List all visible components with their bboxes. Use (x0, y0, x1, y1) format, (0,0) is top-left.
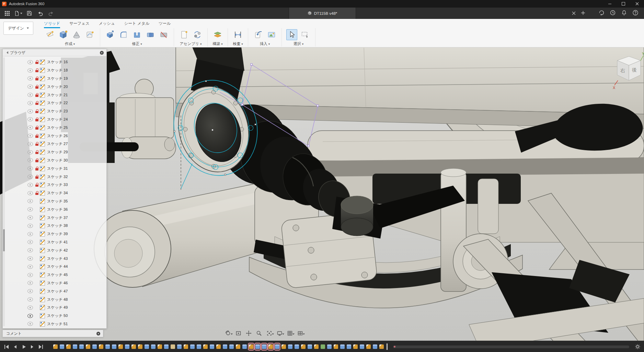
browser-sketch-row[interactable]: スケッチ 44 (3, 263, 106, 271)
fillet-tool[interactable] (118, 29, 129, 40)
undo-button[interactable] (36, 9, 45, 18)
display-settings-button[interactable] (275, 329, 284, 337)
viewports-button[interactable] (296, 329, 304, 337)
visibility-eye-icon[interactable] (27, 297, 33, 301)
timeline-feature[interactable] (372, 343, 378, 350)
timeline-feature[interactable] (118, 343, 123, 350)
box-primitive-tool[interactable] (58, 29, 69, 40)
browser-sketch-row[interactable]: スケッチ 18 (3, 66, 106, 75)
browser-sketch-row[interactable]: スケッチ 35 (3, 197, 106, 206)
tab-tools[interactable]: ツール (159, 19, 171, 28)
timeline-feature[interactable] (359, 343, 365, 350)
loft-tool[interactable] (71, 29, 82, 40)
browser-sketch-row[interactable]: スケッチ 30 (3, 156, 106, 165)
timeline-feature[interactable] (327, 343, 332, 350)
timeline-feature[interactable] (151, 343, 156, 350)
collapse-panel-icon[interactable] (5, 51, 8, 54)
timeline-feature[interactable] (144, 343, 149, 350)
tab-surface[interactable]: サーフェス (69, 19, 90, 28)
visibility-eye-icon[interactable] (27, 216, 33, 220)
press-pull-tool[interactable] (105, 29, 116, 40)
tab-sheet-metal[interactable]: シート メタル (124, 19, 150, 28)
browser-sketch-row[interactable]: スケッチ 29 (3, 148, 106, 156)
visibility-eye-icon[interactable] (27, 248, 33, 252)
browser-sketch-row[interactable]: スケッチ 25 (3, 123, 106, 132)
browser-sketch-row[interactable]: スケッチ 26 (3, 132, 106, 140)
timeline-feature[interactable] (170, 343, 175, 350)
visibility-eye-icon[interactable] (27, 85, 33, 89)
timeline-feature[interactable] (190, 343, 195, 350)
joint-tool[interactable] (192, 29, 203, 40)
app-grid-button[interactable] (3, 9, 12, 18)
visibility-eye-icon[interactable] (27, 68, 33, 73)
inspect-group-label[interactable]: 検査 (233, 41, 243, 46)
timeline-feature[interactable] (281, 343, 286, 350)
maximize-button[interactable] (617, 0, 630, 8)
timeline-options-button[interactable] (635, 344, 641, 350)
visibility-eye-icon[interactable] (27, 207, 33, 211)
timeline-feature[interactable] (320, 343, 325, 350)
timeline-feature[interactable] (177, 343, 182, 350)
browser-scrollbar-thumb[interactable] (3, 229, 5, 251)
browser-sketch-row[interactable]: スケッチ 46 (3, 279, 106, 287)
browser-sketch-row[interactable]: スケッチ 22 (3, 99, 106, 107)
timeline-feature[interactable] (85, 343, 91, 350)
create-form-tool[interactable] (84, 29, 95, 40)
timeline-feature[interactable] (288, 343, 293, 350)
timeline-position-marker[interactable] (387, 343, 388, 350)
browser-sketch-row[interactable]: スケッチ 51 (3, 320, 106, 328)
timeline-feature[interactable] (92, 343, 97, 350)
timeline-feature[interactable] (112, 343, 117, 350)
comments-options-icon[interactable] (96, 332, 100, 336)
visibility-eye-icon[interactable] (27, 273, 33, 277)
browser-scrollbar[interactable] (3, 57, 5, 326)
visibility-eye-icon[interactable] (27, 117, 33, 121)
browser-sketch-row[interactable]: スケッチ 31 (3, 164, 106, 173)
minimize-button[interactable] (603, 0, 617, 8)
visibility-eye-icon[interactable] (27, 60, 33, 64)
timeline-feature[interactable] (53, 343, 58, 350)
browser-sketch-row[interactable]: スケッチ 16 (3, 58, 106, 66)
visibility-eye-icon[interactable] (27, 314, 33, 318)
timeline-feature[interactable] (353, 343, 358, 350)
timeline-feature[interactable] (301, 343, 306, 350)
visibility-eye-icon[interactable] (27, 232, 33, 236)
browser-sketch-row[interactable]: スケッチ 24 (3, 116, 106, 124)
timeline-feature[interactable] (340, 343, 345, 350)
timeline-feature[interactable] (307, 343, 312, 350)
workspace-selector[interactable]: デザイン (3, 22, 33, 35)
visibility-eye-icon[interactable] (27, 183, 33, 187)
create-sketch-tool[interactable] (44, 29, 55, 40)
timeline-feature[interactable] (59, 343, 65, 350)
split-body-tool[interactable] (158, 29, 169, 40)
browser-sketch-row[interactable]: スケッチ 49 (3, 304, 106, 312)
visibility-eye-icon[interactable] (27, 322, 33, 326)
timeline-feature[interactable] (105, 343, 110, 350)
visibility-eye-icon[interactable] (27, 142, 33, 146)
look-at-button[interactable] (234, 329, 243, 337)
timeline-feature[interactable] (242, 343, 247, 350)
comments-panel[interactable]: コメント (2, 330, 103, 337)
timeline-feature[interactable] (209, 343, 215, 350)
close-tab-button[interactable] (572, 10, 576, 16)
visibility-eye-icon[interactable] (27, 256, 33, 261)
browser-sketch-row[interactable]: スケッチ 47 (3, 287, 106, 295)
close-button[interactable] (630, 0, 644, 8)
visibility-eye-icon[interactable] (27, 224, 33, 228)
visibility-eye-icon[interactable] (27, 240, 33, 244)
browser-sketch-row[interactable]: スケッチ 34 (3, 189, 106, 197)
browser-sketch-row[interactable]: スケッチ 21 (3, 91, 106, 99)
browser-options-icon[interactable] (100, 51, 104, 55)
timeline-feature[interactable] (275, 343, 280, 350)
timeline-feature[interactable] (72, 343, 78, 350)
tab-solid[interactable]: ソリッド (44, 19, 60, 28)
decal-tool[interactable] (266, 29, 277, 40)
timeline-feature[interactable] (216, 343, 221, 350)
timeline-feature[interactable] (183, 343, 188, 350)
construct-group-label[interactable]: 構築 (212, 41, 223, 46)
visibility-eye-icon[interactable] (27, 281, 33, 285)
shell-tool[interactable] (131, 29, 142, 40)
timeline-go-to-start-button[interactable] (3, 343, 10, 351)
assemble-group-label[interactable]: アセンブリ (180, 41, 202, 46)
visibility-eye-icon[interactable] (27, 191, 33, 195)
